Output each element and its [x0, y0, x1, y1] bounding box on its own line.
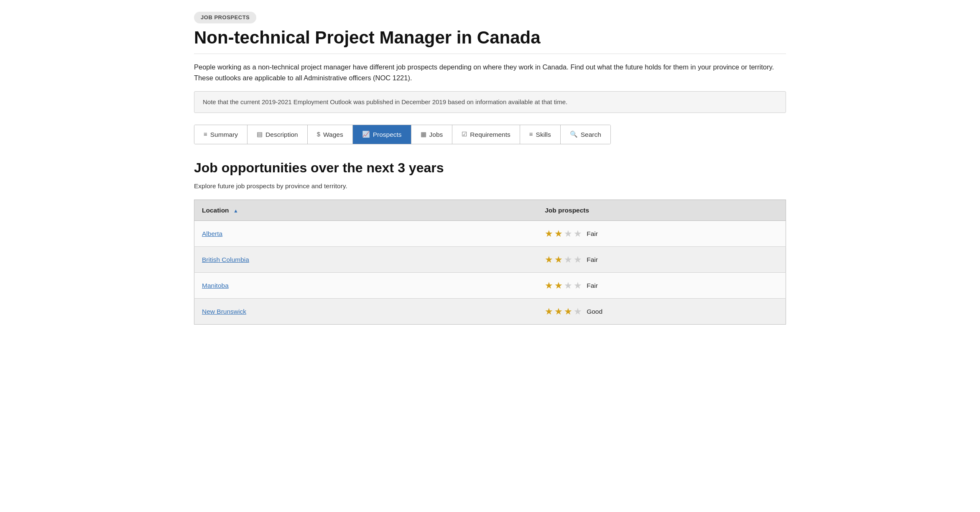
tab-jobs-label: Jobs — [429, 130, 443, 139]
prospects-cell: ★★★★Fair — [537, 272, 786, 298]
location-link-alberta[interactable]: Alberta — [202, 230, 222, 237]
table-row: British Columbia★★★★Fair — [194, 246, 786, 272]
prospect-label: Good — [587, 307, 602, 316]
tab-prospects[interactable]: 📈Prospects — [353, 125, 411, 144]
stars-container: ★★★★Good — [545, 305, 778, 318]
star-empty: ★ — [564, 253, 572, 266]
star-filled: ★ — [545, 253, 553, 266]
location-cell: Manitoba — [194, 272, 538, 298]
star-empty: ★ — [564, 227, 572, 241]
tab-skills[interactable]: ≡Skills — [520, 125, 561, 144]
description-icon: ▤ — [257, 130, 263, 139]
star-filled: ★ — [545, 227, 553, 241]
summary-icon: ≡ — [204, 130, 207, 139]
star-filled: ★ — [564, 305, 572, 318]
tab-requirements[interactable]: ☑Requirements — [452, 125, 520, 144]
intro-text: People working as a non-technical projec… — [194, 61, 786, 84]
prospects-table: Location ▲ Job prospects Alberta★★★★Fair… — [194, 200, 786, 325]
page-title: Non-technical Project Manager in Canada — [194, 28, 786, 48]
star-empty: ★ — [574, 305, 582, 318]
col-prospects: Job prospects — [537, 200, 786, 220]
star-filled: ★ — [545, 279, 553, 292]
prospects-cell: ★★★★Fair — [537, 246, 786, 272]
location-cell: New Brunswick — [194, 298, 538, 324]
location-cell: Alberta — [194, 220, 538, 246]
sort-arrow[interactable]: ▲ — [233, 207, 238, 215]
prospect-label: Fair — [587, 255, 598, 264]
stars-container: ★★★★Fair — [545, 227, 778, 241]
tab-description-label: Description — [265, 130, 298, 139]
section-subtitle: Explore future job prospects by province… — [194, 181, 786, 191]
badge: JOB PROSPECTS — [194, 12, 256, 23]
star-filled: ★ — [545, 305, 553, 318]
search-icon: 🔍 — [570, 130, 578, 139]
star-empty: ★ — [574, 279, 582, 292]
table-row: Manitoba★★★★Fair — [194, 272, 786, 298]
tab-description[interactable]: ▤Description — [248, 125, 308, 144]
note-box: Note that the current 2019-2021 Employme… — [194, 91, 786, 113]
table-row: New Brunswick★★★★Good — [194, 298, 786, 324]
page-wrapper: JOB PROSPECTS Non-technical Project Mana… — [181, 0, 799, 341]
prospects-cell: ★★★★Good — [537, 298, 786, 324]
star-empty: ★ — [574, 227, 582, 241]
section-title: Job opportunities over the next 3 years — [194, 158, 786, 178]
tab-wages-label: Wages — [323, 130, 343, 139]
tabs-row: ≡Summary▤Description$Wages📈Prospects▦Job… — [194, 125, 611, 144]
location-cell: British Columbia — [194, 246, 538, 272]
stars-container: ★★★★Fair — [545, 253, 778, 266]
tab-jobs[interactable]: ▦Jobs — [411, 125, 453, 144]
prospects-icon: 📈 — [362, 130, 370, 139]
star-filled: ★ — [554, 253, 563, 266]
prospect-label: Fair — [587, 281, 598, 290]
stars-container: ★★★★Fair — [545, 279, 778, 292]
prospect-label: Fair — [587, 229, 598, 238]
tab-skills-label: Skills — [536, 130, 551, 139]
location-link-british-columbia[interactable]: British Columbia — [202, 256, 249, 263]
star-empty: ★ — [564, 279, 572, 292]
star-filled: ★ — [554, 279, 563, 292]
jobs-icon: ▦ — [421, 130, 426, 139]
location-link-new-brunswick[interactable]: New Brunswick — [202, 308, 246, 315]
tab-summary[interactable]: ≡Summary — [194, 125, 248, 144]
star-filled: ★ — [554, 305, 563, 318]
tab-prospects-label: Prospects — [373, 130, 402, 139]
star-empty: ★ — [574, 253, 582, 266]
skills-icon: ≡ — [529, 130, 533, 139]
tab-summary-label: Summary — [210, 130, 238, 139]
tab-requirements-label: Requirements — [470, 130, 510, 139]
tab-wages[interactable]: $Wages — [308, 125, 353, 144]
col-location: Location ▲ — [194, 200, 538, 220]
location-link-manitoba[interactable]: Manitoba — [202, 282, 229, 289]
prospects-cell: ★★★★Fair — [537, 220, 786, 246]
divider-top — [194, 54, 786, 54]
tab-search-label: Search — [581, 130, 601, 139]
tab-search[interactable]: 🔍Search — [561, 125, 610, 144]
wages-icon: $ — [317, 130, 320, 139]
table-row: Alberta★★★★Fair — [194, 220, 786, 246]
requirements-icon: ☑ — [462, 130, 467, 139]
star-filled: ★ — [554, 227, 563, 241]
